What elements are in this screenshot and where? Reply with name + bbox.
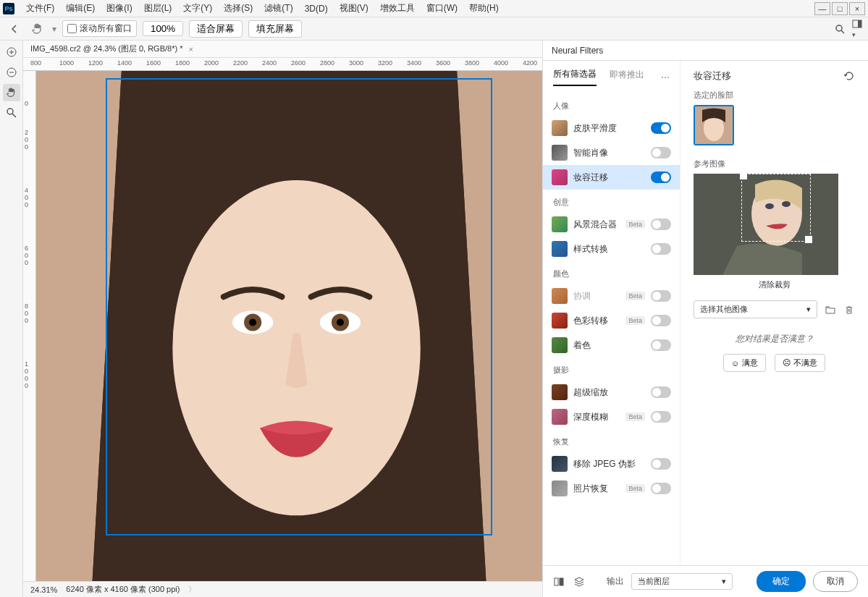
document-tab[interactable]: IMG_4598.cr2 @ 24.3% (图层 0, RGB/8*) * × bbox=[23, 41, 542, 58]
search-icon[interactable] bbox=[835, 24, 845, 34]
window-close[interactable]: × bbox=[849, 2, 865, 15]
toggle-skin-smoothing[interactable] bbox=[651, 122, 671, 134]
zoom-value[interactable]: 100% bbox=[143, 21, 183, 36]
menu-3d[interactable]: 3D(D) bbox=[299, 2, 334, 15]
menu-layer[interactable]: 图层(L) bbox=[138, 1, 178, 16]
tab-all-filters[interactable]: 所有筛选器 bbox=[553, 68, 597, 86]
toggle-smart-portrait[interactable] bbox=[651, 147, 671, 158]
filter-jpeg-artifacts[interactable]: 移除 JPEG 伪影 bbox=[543, 452, 680, 476]
folder-icon[interactable] bbox=[825, 304, 836, 316]
toggle-jpeg-artifacts[interactable] bbox=[651, 458, 671, 470]
toggle-makeup-transfer[interactable] bbox=[651, 172, 671, 183]
feedback-unhappy-button[interactable]: ☹ 不满意 bbox=[775, 354, 825, 372]
filter-skin-smoothing[interactable]: 皮肤平滑度 bbox=[543, 116, 680, 140]
filter-landscape-mixer[interactable]: 风景混合器 Beta bbox=[543, 212, 680, 237]
toggle-style-transfer[interactable] bbox=[651, 243, 671, 255]
options-bar: ▾ 滚动所有窗口 100% 适合屏幕 填充屏幕 ▾ bbox=[0, 17, 868, 41]
filter-harmonize[interactable]: 协调 Beta bbox=[543, 284, 680, 308]
output-select[interactable]: 当前图层 ▾ bbox=[631, 573, 733, 590]
menu-view[interactable]: 视图(V) bbox=[334, 1, 374, 16]
reference-image[interactable] bbox=[694, 174, 838, 275]
beta-badge: Beta bbox=[625, 292, 645, 300]
filter-thumb-icon bbox=[552, 409, 568, 425]
selected-face-thumb[interactable] bbox=[694, 105, 734, 145]
preview-toggle-icon[interactable] bbox=[553, 576, 565, 588]
clear-crop-button[interactable]: 清除裁剪 bbox=[694, 279, 855, 290]
trash-icon[interactable] bbox=[843, 304, 855, 316]
svg-rect-3 bbox=[858, 20, 861, 27]
filter-thumb-icon bbox=[552, 313, 568, 329]
settings-title: 妆容迁移 bbox=[694, 69, 731, 82]
filter-thumb-icon bbox=[552, 384, 568, 400]
document-tab-title: IMG_4598.cr2 @ 24.3% (图层 0, RGB/8*) * bbox=[30, 43, 182, 54]
panel-tab-title: Neural Filters bbox=[543, 41, 868, 61]
status-zoom: 24.31% bbox=[30, 585, 57, 594]
tab-upcoming[interactable]: 即将推出 bbox=[610, 69, 644, 85]
horizontal-ruler: 8001000120014001600180020002200240026002… bbox=[23, 58, 542, 71]
zoom-out-tool[interactable] bbox=[3, 64, 20, 81]
menu-filter[interactable]: 滤镜(T) bbox=[258, 1, 298, 16]
filter-makeup-transfer[interactable]: 妆容迁移 bbox=[543, 165, 680, 190]
scroll-all-input[interactable] bbox=[67, 24, 77, 33]
fill-screen-button[interactable]: 填充屏幕 bbox=[248, 20, 302, 38]
satisfaction-prompt: 您对结果是否满意？ bbox=[694, 333, 855, 345]
layers-icon[interactable] bbox=[573, 576, 585, 588]
ok-button[interactable]: 确定 bbox=[757, 571, 806, 592]
svg-point-18 bbox=[337, 318, 344, 326]
filter-thumb-icon bbox=[552, 337, 568, 353]
toggle-super-zoom[interactable] bbox=[651, 386, 671, 398]
filter-photo-restore[interactable]: 照片恢复 Beta bbox=[543, 476, 680, 501]
filter-depth-blur[interactable]: 深度模糊 Beta bbox=[543, 405, 680, 429]
document-tab-close[interactable]: × bbox=[188, 45, 193, 54]
hand-tool[interactable] bbox=[3, 84, 20, 101]
svg-rect-26 bbox=[560, 578, 563, 585]
filter-thumb-icon bbox=[552, 456, 568, 472]
beta-badge: Beta bbox=[625, 316, 645, 325]
window-minimize[interactable]: — bbox=[814, 2, 830, 15]
menu-window[interactable]: 窗口(W) bbox=[421, 1, 463, 16]
filter-smart-portrait[interactable]: 智能肖像 bbox=[543, 140, 680, 165]
section-restore: 恢复 bbox=[543, 429, 680, 452]
filter-style-transfer[interactable]: 样式转换 bbox=[543, 237, 680, 261]
scroll-all-checkbox[interactable]: 滚动所有窗口 bbox=[62, 20, 137, 37]
toggle-landscape-mixer[interactable] bbox=[651, 219, 671, 230]
filter-thumb-icon bbox=[552, 288, 568, 304]
more-icon[interactable]: ⋯ bbox=[661, 72, 670, 82]
face-select-label: 选定的脸部 bbox=[694, 90, 855, 101]
zoom-in-tool[interactable] bbox=[3, 43, 20, 61]
action-bar: 输出 当前图层 ▾ 确定 取消 bbox=[543, 565, 868, 597]
filter-super-zoom[interactable]: 超级缩放 bbox=[543, 380, 680, 405]
svg-line-1 bbox=[841, 30, 844, 33]
crop-box[interactable] bbox=[741, 174, 811, 242]
workspace-icon[interactable]: ▾ bbox=[852, 19, 862, 39]
menu-plugins[interactable]: 增效工具 bbox=[374, 1, 421, 16]
zoom-tool[interactable] bbox=[3, 104, 20, 122]
svg-point-9 bbox=[7, 109, 13, 114]
menu-type[interactable]: 文字(Y) bbox=[177, 1, 218, 16]
filter-thumb-icon bbox=[552, 241, 568, 257]
canvas[interactable] bbox=[36, 71, 542, 581]
toggle-colorize[interactable] bbox=[651, 339, 671, 351]
toggle-harmonize[interactable] bbox=[651, 290, 671, 302]
feedback-happy-button[interactable]: ☺ 满意 bbox=[723, 354, 766, 372]
menu-image[interactable]: 图像(I) bbox=[101, 1, 138, 16]
status-dims: 6240 像素 x 4160 像素 (300 ppi) bbox=[66, 584, 180, 595]
toggle-photo-restore[interactable] bbox=[651, 483, 671, 494]
menu-select[interactable]: 选择(S) bbox=[218, 1, 258, 16]
fit-screen-button[interactable]: 适合屏幕 bbox=[189, 20, 243, 38]
filter-color-transfer[interactable]: 色彩转移 Beta bbox=[543, 308, 680, 333]
reset-icon[interactable] bbox=[843, 70, 855, 82]
scroll-all-label: 滚动所有窗口 bbox=[80, 22, 132, 35]
back-button[interactable] bbox=[6, 20, 23, 38]
menu-file[interactable]: 文件(F) bbox=[20, 1, 60, 16]
window-maximize[interactable]: □ bbox=[832, 2, 848, 15]
filter-colorize[interactable]: 着色 bbox=[543, 333, 680, 357]
menu-help[interactable]: 帮助(H) bbox=[463, 1, 505, 16]
toggle-depth-blur[interactable] bbox=[651, 411, 671, 423]
output-label: 输出 bbox=[607, 575, 624, 588]
menu-edit[interactable]: 编辑(E) bbox=[60, 1, 101, 16]
cancel-button[interactable]: 取消 bbox=[813, 571, 858, 592]
select-other-image[interactable]: 选择其他图像 ▾ bbox=[694, 300, 817, 318]
ref-image-label: 参考图像 bbox=[694, 158, 855, 169]
toggle-color-transfer[interactable] bbox=[651, 315, 671, 326]
